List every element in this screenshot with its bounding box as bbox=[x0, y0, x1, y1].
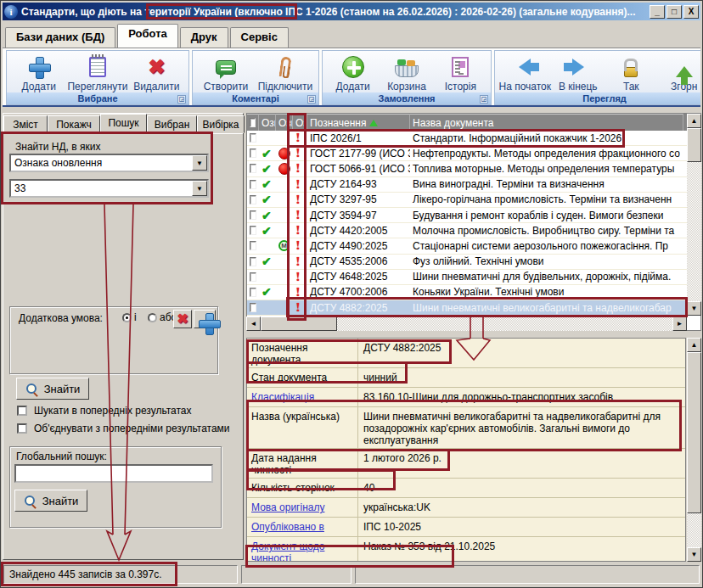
table-row[interactable]: ✔!ДСТУ 3594-97Будування і ремонт кораблі… bbox=[247, 208, 700, 223]
row-select-checkbox[interactable] bbox=[247, 285, 259, 300]
details-label-link[interactable]: Опубліковано в bbox=[247, 518, 357, 536]
chevron-down-icon[interactable]: ▼ bbox=[192, 155, 207, 171]
row-select-checkbox[interactable] bbox=[247, 177, 259, 192]
dialog-launcher-icon[interactable]: ◲ bbox=[177, 95, 186, 104]
close-button[interactable]: X bbox=[683, 5, 699, 19]
table-row[interactable]: ✔!ДСТУ 4535:2006Фуз олійний. Технічні ум… bbox=[247, 255, 700, 270]
document-title-cell[interactable]: Шини пневматичні великогабаритні та надв… bbox=[410, 300, 683, 315]
document-title-cell[interactable]: Лікеро-горілчана промисловість. Терміни … bbox=[410, 193, 683, 207]
checkbox-icon[interactable] bbox=[250, 164, 256, 173]
ribbon-button-на-початок[interactable]: На початок bbox=[498, 53, 552, 92]
checkbox-icon[interactable] bbox=[250, 257, 256, 266]
union-previous-checkbox[interactable] bbox=[17, 423, 27, 434]
ribbon-tab-3[interactable]: Друк bbox=[180, 27, 228, 48]
details-label-link[interactable]: Мова оригіналу bbox=[247, 498, 357, 517]
row-select-checkbox[interactable] bbox=[247, 223, 259, 238]
checkbox-icon[interactable] bbox=[250, 288, 256, 297]
document-title-cell[interactable]: Вина виноградні. Терміни та визначення bbox=[410, 177, 683, 192]
document-code-cell[interactable]: ДСТУ 3297-95 bbox=[307, 193, 410, 207]
search-value-combobox[interactable]: 33 ▼ bbox=[9, 179, 209, 198]
document-code-cell[interactable]: ДСТУ 4700:2006 bbox=[307, 285, 410, 300]
scroll-right-icon[interactable]: ► bbox=[672, 316, 687, 331]
remove-condition-button[interactable]: ✖ bbox=[173, 310, 192, 328]
global-search-input[interactable] bbox=[14, 464, 213, 483]
condition-and-radio[interactable]: і bbox=[122, 311, 137, 323]
document-code-cell[interactable]: ДСТУ 4490:2025 bbox=[307, 238, 410, 253]
table-row[interactable]: М!ДСТУ 4490:2025Стаціонарні системи аеро… bbox=[247, 238, 700, 254]
details-vscroll-thumb[interactable] bbox=[687, 352, 701, 513]
checkbox-icon[interactable] bbox=[250, 180, 256, 189]
ribbon-tab-4[interactable]: Сервіс bbox=[230, 27, 289, 48]
ribbon-tab-2[interactable]: Робота bbox=[117, 24, 178, 48]
ribbon-button-видалити[interactable]: ✖Видалити bbox=[128, 53, 185, 92]
scroll-up-icon[interactable]: ▲ bbox=[687, 114, 701, 128]
document-code-cell[interactable]: ІПС 2026/1 bbox=[307, 131, 410, 145]
checkbox-icon[interactable] bbox=[250, 272, 256, 282]
document-title-cell[interactable]: Топлива моторные. Методы определения тем… bbox=[410, 161, 683, 176]
row-select-checkbox[interactable] bbox=[247, 146, 259, 160]
table-row[interactable]: ✔!ДСТУ 4420:2005Молочна промисловість. В… bbox=[247, 223, 700, 238]
column-header-2[interactable]: Озн bbox=[276, 114, 293, 131]
document-code-cell[interactable]: ГОСТ 2177-99 (ИСО 3 bbox=[307, 146, 410, 160]
document-title-cell[interactable]: Будування і ремонт кораблів і суден. Вим… bbox=[410, 208, 683, 222]
table-row[interactable]: !ІПС 2026/1Стандарти. Інформаційний пока… bbox=[247, 131, 700, 146]
document-title-cell[interactable]: Шини пневматичні для будівельних, дорожн… bbox=[410, 270, 683, 284]
column-header-4[interactable]: Позначення bbox=[307, 114, 410, 131]
search-in-previous-checkbox[interactable] bbox=[17, 406, 27, 416]
row-select-checkbox[interactable] bbox=[247, 161, 259, 176]
checkbox-icon[interactable] bbox=[250, 118, 256, 127]
document-code-cell[interactable]: ГОСТ 5066-91 (ИСО 3 bbox=[307, 161, 410, 176]
left-tab-4[interactable]: Вибран bbox=[147, 115, 197, 133]
checkbox-icon[interactable] bbox=[250, 133, 256, 143]
table-row[interactable]: !ДСТУ 4882:2025Шини пневматичні великога… bbox=[247, 300, 700, 316]
table-row[interactable]: ✔!ДСТУ 2164-93Вина виноградні. Терміни т… bbox=[247, 177, 700, 193]
row-select-checkbox[interactable] bbox=[247, 208, 259, 222]
document-title-cell[interactable]: Молочна промисловість. Виробництво сиру.… bbox=[410, 223, 683, 238]
add-condition-button[interactable] bbox=[194, 310, 216, 328]
table-row[interactable]: ✔!ГОСТ 5066-91 (ИСО 3Топлива моторные. М… bbox=[247, 161, 700, 176]
document-title-cell[interactable]: Стаціонарні системи аерозольного пожежог… bbox=[410, 238, 683, 253]
find-button[interactable]: Знайти bbox=[16, 378, 89, 400]
table-row[interactable]: !ДСТУ 4648:2025Шини пневматичні для буді… bbox=[247, 270, 700, 285]
ribbon-tab-1[interactable]: Бази даних (БД) bbox=[5, 27, 115, 48]
document-code-cell[interactable]: ДСТУ 4535:2006 bbox=[307, 255, 410, 269]
row-select-checkbox[interactable] bbox=[247, 300, 259, 315]
column-header-5[interactable]: Назва документа bbox=[410, 114, 683, 131]
table-row[interactable]: ✔!ГОСТ 2177-99 (ИСО 3Нефтепродукты. Мето… bbox=[247, 146, 700, 161]
ribbon-button-підключити[interactable]: Підключити bbox=[256, 53, 315, 92]
checkbox-icon[interactable] bbox=[250, 303, 256, 312]
table-row[interactable]: ✔!ДСТУ 4700:2006Коньяки України. Технічн… bbox=[247, 285, 700, 300]
ribbon-button-створити[interactable]: Створити bbox=[196, 53, 256, 92]
minimize-button[interactable]: _ bbox=[650, 5, 665, 19]
scroll-left-icon[interactable]: ◄ bbox=[246, 316, 261, 331]
left-tab-3[interactable]: Пошук bbox=[100, 114, 147, 133]
column-header-1[interactable]: Озн bbox=[259, 114, 276, 131]
document-title-cell[interactable]: Коньяки України. Технічні умови bbox=[410, 285, 683, 300]
table-vertical-scrollbar[interactable]: ▲ ▼ bbox=[687, 114, 701, 316]
row-select-checkbox[interactable] bbox=[247, 238, 259, 253]
row-select-checkbox[interactable] bbox=[247, 255, 259, 269]
ribbon-button-в-кінець[interactable]: В кінець bbox=[552, 53, 605, 92]
radio-or-icon[interactable] bbox=[148, 313, 157, 322]
ribbon-button-історія[interactable]: Історія bbox=[434, 53, 487, 92]
table-row[interactable]: ✔!ДСТУ 3297-95Лікеро-горілчана промислов… bbox=[247, 193, 700, 208]
document-code-cell[interactable]: ДСТУ 3594-97 bbox=[307, 208, 410, 222]
checkbox-icon[interactable] bbox=[250, 210, 256, 220]
checkbox-icon[interactable] bbox=[250, 148, 256, 158]
ribbon-button-так[interactable]: Так bbox=[605, 53, 658, 92]
column-header-3[interactable]: Оз bbox=[293, 114, 307, 131]
checkbox-icon[interactable] bbox=[250, 241, 256, 250]
ribbon-button-додати[interactable]: Додати bbox=[10, 53, 67, 92]
details-label-link[interactable]: Документ щодо чинності bbox=[247, 537, 357, 562]
document-code-cell[interactable]: ДСТУ 2164-93 bbox=[307, 177, 410, 192]
table-hscroll-thumb[interactable] bbox=[261, 316, 337, 331]
table-horizontal-scrollbar[interactable]: ◄ ► bbox=[246, 316, 687, 331]
chevron-down-icon[interactable]: ▼ bbox=[192, 181, 207, 196]
details-label-link[interactable]: Класифікація bbox=[247, 388, 357, 406]
table-vscroll-thumb[interactable] bbox=[687, 128, 701, 162]
ribbon-button-згорн[interactable]: Згорн bbox=[658, 53, 701, 92]
document-title-cell[interactable]: Фуз олійний. Технічні умови bbox=[410, 255, 683, 269]
scroll-up-icon[interactable]: ▲ bbox=[687, 338, 701, 352]
left-tab-5[interactable]: Вибірка bbox=[197, 115, 245, 133]
scroll-down-icon[interactable]: ▼ bbox=[687, 301, 701, 316]
